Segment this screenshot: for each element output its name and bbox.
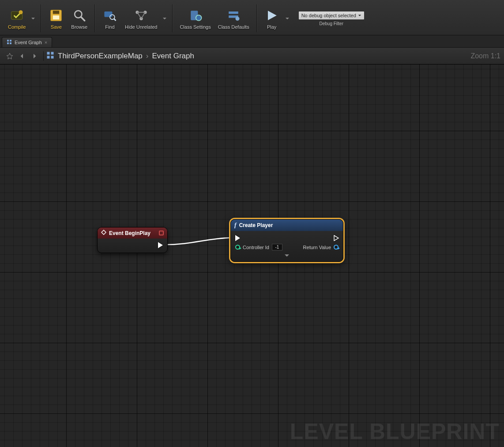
debug-object-combo[interactable]: No debug object selected [298, 11, 365, 20]
debug-filter-label: Debug Filter [320, 21, 343, 26]
find-label: Find [105, 24, 114, 30]
toolbar: Compile Save Browse Find [0, 0, 504, 35]
svg-rect-26 [51, 52, 54, 55]
tab-event-graph[interactable]: Event Graph × [2, 37, 52, 47]
node-header: Event BeginPlay [98, 227, 167, 239]
favorite-button[interactable] [4, 50, 16, 62]
event-icon [101, 230, 106, 236]
find-icon [102, 8, 118, 23]
hide-unrelated-icon [133, 8, 149, 23]
compile-button[interactable]: Compile [4, 2, 29, 35]
save-button[interactable]: Save [45, 2, 68, 35]
breadcrumb: ThirdPersonExampleMap › Event Graph [58, 52, 194, 61]
exec-in-pin[interactable] [235, 235, 240, 241]
node-create-player[interactable]: f Create Player Controller Id Re [230, 219, 343, 262]
nav-back-button[interactable] [16, 50, 28, 62]
class-settings-button[interactable]: Class Settings [176, 2, 214, 35]
svg-point-20 [236, 16, 240, 20]
class-defaults-label: Class Defaults [218, 24, 249, 30]
tab-close-icon[interactable]: × [45, 40, 47, 45]
svg-rect-28 [51, 56, 54, 59]
compile-icon [9, 8, 25, 23]
chevron-down-icon [284, 254, 290, 258]
star-icon [6, 53, 13, 60]
tabbar: Event Graph × [0, 35, 504, 48]
return-value-label: Return Value [303, 245, 331, 250]
class-settings-label: Class Settings [180, 24, 211, 30]
browse-button[interactable]: Browse [68, 2, 91, 35]
svg-line-15 [141, 12, 145, 18]
compile-label: Compile [8, 24, 26, 30]
hide-unrelated-dropdown[interactable] [161, 2, 169, 35]
play-button[interactable]: Play [260, 2, 283, 35]
compile-dropdown[interactable] [29, 2, 37, 35]
graph-canvas[interactable]: Event BeginPlay f Create Player [0, 64, 504, 447]
svg-rect-23 [7, 42, 9, 44]
node-event-beginplay[interactable]: Event BeginPlay [97, 227, 168, 253]
svg-rect-27 [47, 56, 50, 59]
debug-object-value: No debug object selected [301, 13, 356, 18]
play-dropdown[interactable] [283, 2, 291, 35]
play-icon [264, 8, 280, 23]
browse-icon [71, 8, 87, 23]
svg-point-17 [196, 15, 201, 21]
svg-rect-22 [10, 40, 11, 42]
svg-rect-3 [53, 11, 59, 14]
graph-icon [7, 39, 12, 45]
hide-unrelated-label: Hide Unrelated [125, 24, 157, 30]
return-value-pin[interactable] [334, 245, 339, 250]
svg-rect-25 [47, 52, 50, 55]
hide-unrelated-button[interactable]: Hide Unrelated [121, 2, 161, 35]
delegate-pin[interactable] [159, 231, 164, 235]
controller-id-input[interactable] [272, 244, 282, 250]
svg-rect-18 [229, 11, 238, 14]
controller-id-label: Controller Id [243, 245, 269, 250]
play-label: Play [267, 24, 276, 30]
watermark: LEVEL BLUEPRINT [290, 419, 500, 444]
svg-line-14 [137, 12, 141, 18]
breadcrumb-bar: ThirdPersonExampleMap › Event Graph Zoom… [0, 48, 504, 64]
svg-line-6 [81, 17, 84, 20]
arrow-left-icon [19, 53, 26, 60]
zoom-indicator: Zoom 1:1 [470, 52, 500, 60]
controller-id-pin[interactable] [235, 245, 240, 250]
node-title: Event BeginPlay [109, 230, 150, 236]
svg-rect-24 [10, 42, 11, 44]
node-title: Create Player [239, 222, 273, 228]
function-icon: f [234, 222, 237, 229]
tab-label: Event Graph [15, 40, 42, 45]
exec-out-pin[interactable] [158, 242, 163, 248]
node-header: f Create Player [231, 220, 343, 231]
svg-rect-7 [104, 11, 112, 17]
crumb-map[interactable]: ThirdPersonExampleMap [58, 52, 143, 61]
class-defaults-icon [226, 8, 241, 23]
class-defaults-button[interactable]: Class Defaults [214, 2, 253, 35]
exec-out-pin[interactable] [334, 235, 339, 241]
browse-label: Browse [71, 24, 87, 30]
svg-rect-4 [53, 15, 59, 19]
chevron-right-icon: › [146, 52, 149, 61]
save-label: Save [51, 24, 62, 30]
find-button[interactable]: Find [98, 2, 121, 35]
svg-line-9 [114, 19, 116, 21]
graph-icon [46, 51, 54, 61]
crumb-graph[interactable]: Event Graph [152, 52, 194, 61]
save-icon [48, 8, 64, 23]
arrow-right-icon [31, 53, 38, 60]
svg-rect-21 [7, 40, 9, 42]
class-settings-icon [188, 8, 203, 23]
svg-point-1 [19, 10, 23, 14]
expand-node-button[interactable] [235, 252, 339, 260]
nav-forward-button[interactable] [28, 50, 41, 62]
